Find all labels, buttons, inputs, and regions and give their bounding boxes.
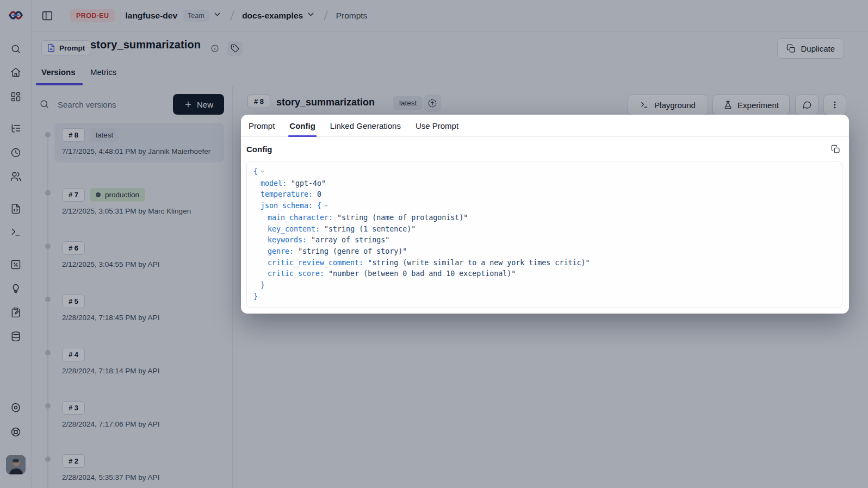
config-title: Config xyxy=(246,145,272,154)
collapse-chevron-icon[interactable] xyxy=(323,201,329,212)
tab-prompt[interactable]: Prompt xyxy=(249,115,275,137)
card-tabs: Prompt Config Linked Generations Use Pro… xyxy=(241,115,849,137)
collapse-chevron-icon[interactable] xyxy=(259,167,265,178)
tab-config[interactable]: Config xyxy=(289,115,315,137)
tab-linked-generations[interactable]: Linked Generations xyxy=(330,115,401,137)
tab-use-prompt[interactable]: Use Prompt xyxy=(416,115,458,137)
config-section-header: Config xyxy=(246,137,842,161)
copy-config-icon[interactable] xyxy=(828,142,842,156)
version-detail-card: Prompt Config Linked Generations Use Pro… xyxy=(241,115,849,314)
app-root: PROD-EU langfuse-dev Team docs-examples … xyxy=(0,0,868,488)
config-json-viewer[interactable]: { model: "gpt-4o" temperature: 0 json_sc… xyxy=(246,161,842,308)
